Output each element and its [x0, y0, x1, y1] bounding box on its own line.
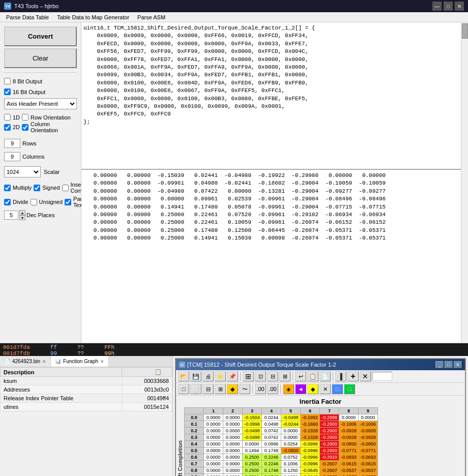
map-cell[interactable]: 0.0000 — [281, 434, 301, 441]
divide-checkbox[interactable] — [4, 199, 11, 205]
map-cell[interactable]: 0.0498 — [262, 421, 281, 428]
map-cell[interactable]: -0.2607 — [320, 461, 339, 467]
dec-places-input[interactable] — [4, 211, 18, 220]
map-cell[interactable]: -0.0537 — [339, 467, 359, 474]
map-tb-t8[interactable]: .00 — [267, 384, 278, 394]
map-tb-t10[interactable]: ◄ — [295, 384, 306, 394]
map-cell[interactable]: -0.0498 — [243, 434, 262, 441]
map-cell[interactable]: 0.1748 — [262, 467, 281, 474]
desc-export-icon[interactable]: 📋 — [155, 369, 162, 375]
map-cell[interactable]: 0.0000 — [223, 454, 243, 461]
map-cell[interactable]: 0.1006 — [281, 461, 301, 467]
map-tb-t4[interactable]: ⊞ — [215, 384, 226, 394]
map-cell[interactable]: -0.0498 — [281, 414, 301, 421]
map-cell[interactable]: 0.0000 — [223, 474, 243, 477]
file-tab-graph-close[interactable]: ✕ — [100, 359, 104, 364]
dec-places-up-btn[interactable]: ▲ — [19, 210, 25, 215]
map-cell[interactable]: 0.1250 — [281, 467, 301, 474]
map-tb-t5[interactable]: ◆ — [227, 384, 238, 394]
map-tb-bar1[interactable]: ∥ — [335, 371, 346, 381]
1d-checkbox[interactable] — [4, 114, 11, 121]
map-tb-t9[interactable]: ◈ — [283, 384, 294, 394]
menu-table-to-map[interactable]: Table Data to Map Generator — [53, 13, 133, 21]
map-tb-paste[interactable]: 📄 — [319, 371, 331, 381]
map-tb-undo[interactable]: ↩ — [295, 371, 306, 381]
map-cell[interactable]: 0.2500 — [243, 474, 262, 477]
map-cell[interactable]: -0.0996 — [243, 421, 262, 428]
map-tb-t14[interactable]: □ — [344, 384, 355, 394]
map-cell[interactable]: -0.0800 — [281, 448, 301, 454]
map-tb-t3[interactable]: ⊟ — [202, 384, 214, 394]
map-cell[interactable]: 0.0742 — [262, 434, 281, 441]
signed-checkbox[interactable] — [34, 185, 40, 191]
map-cell[interactable]: -0.1328 — [301, 428, 320, 434]
map-cell[interactable]: -0.0615 — [339, 461, 359, 467]
map-cell[interactable]: 0.1748 — [262, 448, 281, 454]
vertical-scrollbar[interactable] — [461, 22, 468, 343]
map-cell[interactable]: -0.0850 — [339, 441, 359, 448]
map-cell[interactable]: -0.1504 — [243, 414, 262, 421]
map-cell[interactable]: -0.2998 — [320, 414, 339, 421]
maximize-button[interactable]: □ — [444, 2, 453, 11]
map-cell[interactable]: 0.0752 — [281, 454, 301, 461]
scalar-select[interactable]: 1024 512 256 — [4, 166, 41, 177]
map-tb-t2[interactable]: ⬜ — [190, 384, 201, 394]
map-cell[interactable]: -0.0996 — [301, 461, 320, 467]
map-cell[interactable]: 0.0000 — [204, 414, 223, 421]
map-cell[interactable]: -0.0850 — [359, 441, 378, 448]
map-cell[interactable]: 0.0000 — [359, 414, 378, 421]
map-cell[interactable]: -0.0771 — [359, 448, 378, 454]
map-tb-copy[interactable]: 📋 — [307, 371, 318, 381]
map-tb-t13[interactable]: □ — [332, 384, 343, 394]
map-cell[interactable]: -0.2900 — [320, 421, 339, 428]
map-cell[interactable]: 0.0000 — [223, 467, 243, 474]
map-cell[interactable]: 0.1494 — [243, 448, 262, 454]
close-button[interactable]: ✕ — [455, 2, 464, 11]
map-cell[interactable]: 0.0000 — [204, 448, 223, 454]
16bit-output-checkbox[interactable] — [4, 88, 11, 95]
map-cell[interactable]: -0.1006 — [359, 421, 378, 428]
map-cell[interactable]: 0.2500 — [243, 454, 262, 461]
map-cell[interactable]: 0.0000 — [204, 434, 223, 441]
map-cell[interactable]: 0.0000 — [223, 448, 243, 454]
map-tb-t11[interactable]: ◆ — [307, 384, 318, 394]
map-cell[interactable]: 0.0000 — [281, 428, 301, 434]
map-cell[interactable]: 0.1250 — [281, 474, 301, 477]
map-cell[interactable]: 0.0000 — [204, 421, 223, 428]
map-close-btn[interactable]: ✕ — [454, 361, 462, 368]
menu-parse-asm[interactable]: Parse ASM — [133, 13, 169, 21]
map-cell[interactable]: 0.0254 — [281, 441, 301, 448]
map-cell[interactable]: 0.2500 — [243, 461, 262, 467]
rows-input[interactable] — [4, 139, 20, 148]
map-cell[interactable]: -0.0928 — [339, 428, 359, 434]
map-cell[interactable]: 0.0000 — [223, 461, 243, 467]
map-cell[interactable]: 0.0000 — [223, 421, 243, 428]
map-tb-grid1[interactable]: ⊞ — [243, 371, 254, 381]
insert-comma-checkbox[interactable] — [62, 185, 69, 191]
map-cell[interactable]: 0.1748 — [262, 474, 281, 477]
8bit-output-checkbox[interactable] — [4, 78, 11, 84]
minimize-button[interactable]: — — [432, 2, 442, 11]
map-tb-value-input[interactable] — [372, 372, 392, 381]
multiply-checkbox[interactable] — [4, 185, 11, 191]
map-cell[interactable]: -0.0645 — [301, 467, 320, 474]
map-cell[interactable]: 0.0000 — [223, 434, 243, 441]
map-cell[interactable]: -0.0771 — [339, 448, 359, 454]
map-cell[interactable]: 0.2246 — [262, 454, 281, 461]
map-tb-grid3[interactable]: ⊟ — [267, 371, 278, 381]
map-cell[interactable]: -0.2900 — [320, 448, 339, 454]
file-tab-graph[interactable]: 📊 Function Graph ✕ — [51, 356, 109, 367]
map-cell[interactable]: -0.2900 — [320, 428, 339, 434]
convert-button[interactable]: Convert — [4, 26, 77, 46]
map-cell[interactable]: 0.0000 — [204, 461, 223, 467]
map-grid-wrap[interactable]: 1234567890.00.00000.0000-0.15040.0244-0.… — [184, 407, 465, 476]
map-tb-t12[interactable]: ✕ — [319, 384, 331, 394]
map-cell[interactable]: -0.0996 — [301, 454, 320, 461]
map-cell[interactable]: -0.0537 — [359, 474, 378, 477]
map-tb-t7[interactable]: .00 — [255, 384, 266, 394]
cols-input[interactable] — [4, 152, 20, 161]
map-cell[interactable]: -0.2900 — [320, 441, 339, 448]
map-tb-grid4[interactable]: ⊞ — [279, 371, 290, 381]
map-cell[interactable]: -0.0928 — [339, 434, 359, 441]
map-tb-open[interactable]: 📂 — [178, 371, 189, 381]
